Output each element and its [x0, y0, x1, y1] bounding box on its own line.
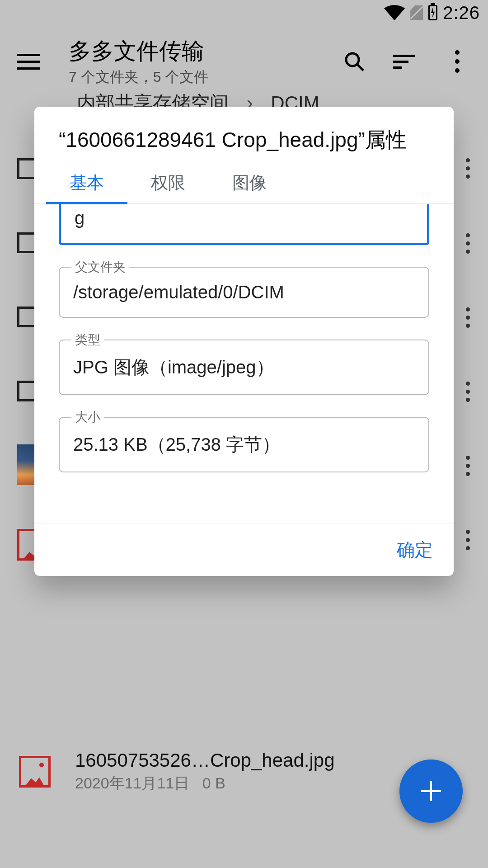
- field-parent: 父文件夹 /storage/emulated/0/DCIM: [59, 267, 429, 318]
- field-label: 大小: [71, 409, 104, 426]
- svg-point-0: [346, 53, 359, 66]
- tab-permissions[interactable]: 权限: [127, 163, 209, 203]
- item-overflow-button[interactable]: [466, 530, 470, 550]
- menu-button[interactable]: [17, 54, 50, 70]
- dialog-tabs: 基本 权限 图像: [34, 163, 454, 204]
- name-input[interactable]: g: [59, 204, 429, 245]
- ok-button[interactable]: 确定: [397, 538, 433, 562]
- no-sim-icon: [410, 5, 423, 20]
- field-size: 大小 25.13 KB（25,738 字节）: [59, 417, 429, 472]
- app-subtitle: 7 个文件夹，5 个文件: [69, 67, 342, 87]
- dialog-title: “1600661289461 Crop_head.jpg”属性: [34, 107, 454, 163]
- clock-text: 2:26: [443, 3, 480, 23]
- item-overflow-button[interactable]: [466, 307, 470, 328]
- app-bar: 多多文件传输 7 个文件夹，5 个文件: [0, 25, 488, 98]
- dialog-body: g 父文件夹 /storage/emulated/0/DCIM 类型 JPG 图…: [34, 204, 454, 524]
- image-file-icon: [19, 756, 51, 788]
- item-overflow-button[interactable]: [466, 382, 470, 402]
- size-value: 25.13 KB（25,738 字节）: [59, 417, 429, 472]
- svg-line-1: [357, 64, 363, 71]
- dialog-actions: 确定: [34, 524, 454, 576]
- search-icon: [343, 51, 365, 72]
- type-value: JPG 图像（image/jpeg）: [59, 340, 429, 395]
- field-name: g: [59, 204, 429, 245]
- tab-image[interactable]: 图像: [209, 163, 290, 203]
- field-type: 类型 JPG 图像（image/jpeg）: [59, 340, 429, 395]
- search-button[interactable]: [342, 49, 367, 74]
- item-overflow-button[interactable]: [466, 233, 470, 254]
- battery-charging-icon: [428, 5, 437, 20]
- status-bar: 2:26: [0, 0, 488, 25]
- field-label: 类型: [71, 331, 104, 349]
- app-title: 多多文件传输: [69, 36, 342, 66]
- item-overflow-button[interactable]: [466, 158, 470, 179]
- sort-button[interactable]: [393, 49, 418, 74]
- field-label: 父文件夹: [71, 259, 129, 276]
- add-fab[interactable]: [399, 760, 463, 823]
- wifi-icon: [384, 5, 405, 21]
- tab-basic[interactable]: 基本: [46, 163, 127, 203]
- properties-dialog: “1600661289461 Crop_head.jpg”属性 基本 权限 图像…: [34, 107, 454, 576]
- item-overflow-button[interactable]: [466, 456, 470, 476]
- overflow-menu-button[interactable]: [445, 49, 470, 74]
